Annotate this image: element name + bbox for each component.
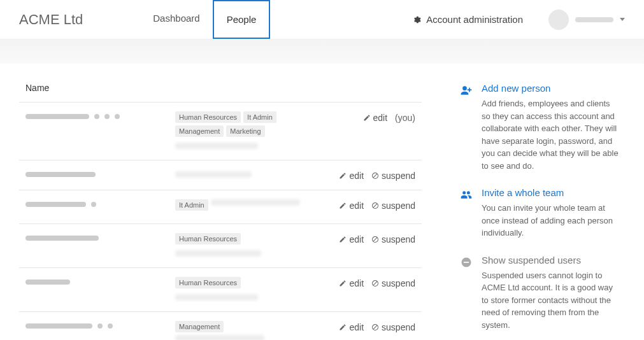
person-email bbox=[175, 250, 261, 257]
person-meta: Management bbox=[175, 321, 313, 340]
pencil-icon bbox=[339, 236, 347, 243]
people-table: Name Human ResourcesIt AdminManagementMa… bbox=[19, 83, 422, 340]
tag: It Admin bbox=[243, 111, 276, 123]
edit-label: edit bbox=[373, 113, 388, 123]
edit-button[interactable]: edit bbox=[339, 322, 364, 332]
edit-button[interactable]: edit bbox=[339, 171, 364, 181]
row-actions: editsuspend bbox=[320, 199, 415, 211]
tag: It Admin bbox=[175, 199, 208, 211]
person-meta: It Admin bbox=[175, 199, 313, 215]
you-indicator: (you) bbox=[395, 113, 415, 123]
user-menu[interactable] bbox=[548, 10, 625, 30]
person-name bbox=[25, 321, 169, 329]
add-person-desc: Add friends, employees and clients so th… bbox=[482, 97, 619, 172]
table-row: Human Resourceseditsuspend bbox=[19, 268, 422, 312]
table-row: editsuspend bbox=[19, 160, 422, 190]
person-email bbox=[175, 143, 258, 149]
suspend-label: suspend bbox=[382, 171, 415, 181]
app-header: ACME Ltd Dashboard People Account admini… bbox=[0, 0, 644, 39]
person-email bbox=[175, 294, 258, 301]
edit-label: edit bbox=[349, 322, 364, 332]
sidebar-add-person: Add new person Add friends, employees an… bbox=[460, 83, 619, 172]
edit-label: edit bbox=[349, 234, 364, 244]
tag: Management bbox=[175, 125, 224, 137]
row-actions: editsuspend bbox=[320, 277, 415, 288]
main-nav: Dashboard People bbox=[140, 0, 270, 39]
nav-dashboard[interactable]: Dashboard bbox=[140, 0, 212, 39]
minus-circle-icon bbox=[460, 256, 473, 269]
edit-button[interactable]: edit bbox=[363, 113, 388, 123]
suspend-label: suspend bbox=[382, 234, 415, 244]
ban-icon bbox=[371, 236, 379, 243]
add-person-link[interactable]: Add new person bbox=[482, 83, 619, 94]
account-administration-label: Account administration bbox=[426, 14, 523, 25]
row-actions: editsuspend bbox=[320, 169, 415, 181]
edit-button[interactable]: edit bbox=[339, 278, 364, 288]
pencil-icon bbox=[339, 323, 347, 331]
column-header-name: Name bbox=[19, 83, 422, 103]
person-name bbox=[25, 111, 169, 119]
pencil-icon bbox=[339, 202, 347, 209]
chevron-down-icon bbox=[620, 18, 625, 21]
invite-team-link[interactable]: Invite a whole team bbox=[482, 187, 619, 198]
person-meta bbox=[175, 169, 313, 180]
person-meta: Human Resources bbox=[175, 233, 313, 259]
user-name-placeholder bbox=[575, 17, 613, 22]
show-suspended-link[interactable]: Show suspended users bbox=[482, 255, 619, 266]
person-name bbox=[25, 277, 169, 285]
edit-button[interactable]: edit bbox=[339, 234, 364, 244]
person-email bbox=[175, 335, 264, 340]
sidebar-invite-team: Invite a whole team You can invite your … bbox=[460, 187, 619, 239]
tag: Management bbox=[175, 321, 224, 332]
ban-icon bbox=[371, 280, 379, 287]
edit-button[interactable]: edit bbox=[339, 201, 364, 211]
suspend-button[interactable]: suspend bbox=[371, 278, 415, 288]
table-row: It Admineditsuspend bbox=[19, 190, 422, 224]
suspend-button[interactable]: suspend bbox=[371, 234, 415, 244]
suspend-label: suspend bbox=[382, 201, 415, 211]
sub-banner bbox=[0, 39, 644, 64]
people-icon bbox=[460, 188, 473, 201]
nav-people[interactable]: People bbox=[213, 0, 271, 39]
suspend-button[interactable]: suspend bbox=[371, 171, 415, 181]
tag: Human Resources bbox=[175, 111, 241, 123]
tag: Marketing bbox=[226, 125, 264, 137]
row-actions: editsuspend bbox=[320, 233, 415, 244]
edit-label: edit bbox=[349, 201, 364, 211]
table-row: Human Resourceseditsuspend bbox=[19, 224, 422, 268]
row-actions: edit(you) bbox=[320, 111, 415, 123]
person-plus-icon bbox=[460, 84, 473, 97]
suspend-label: suspend bbox=[382, 322, 415, 332]
tag: Human Resources bbox=[175, 233, 241, 244]
pencil-icon bbox=[339, 280, 347, 287]
avatar bbox=[548, 10, 569, 30]
person-name bbox=[25, 199, 169, 207]
ban-icon bbox=[371, 202, 379, 209]
table-row: Human ResourcesIt AdminManagementMarketi… bbox=[19, 103, 422, 160]
suspend-button[interactable]: suspend bbox=[371, 322, 415, 332]
edit-label: edit bbox=[349, 171, 364, 181]
tag: Human Resources bbox=[175, 277, 241, 288]
row-actions: editsuspend bbox=[320, 321, 415, 332]
person-email bbox=[175, 171, 252, 178]
person-meta: Human ResourcesIt AdminManagementMarketi… bbox=[175, 111, 313, 151]
brand-name: ACME Ltd bbox=[19, 11, 83, 28]
person-email bbox=[211, 199, 300, 206]
account-administration-link[interactable]: Account administration bbox=[412, 14, 523, 25]
ban-icon bbox=[371, 323, 379, 331]
person-meta: Human Resources bbox=[175, 277, 313, 302]
pencil-icon bbox=[363, 114, 371, 122]
pencil-icon bbox=[339, 172, 347, 180]
person-name bbox=[25, 233, 169, 241]
show-suspended-desc: Suspended users cannot login to ACME Ltd… bbox=[482, 269, 619, 332]
svg-rect-1 bbox=[464, 262, 469, 263]
sidebar-suspended: Show suspended users Suspended users can… bbox=[460, 255, 619, 332]
table-row: Managementeditsuspend bbox=[19, 312, 422, 340]
sidebar: Add new person Add friends, employees an… bbox=[460, 83, 631, 340]
edit-label: edit bbox=[349, 278, 364, 288]
suspend-button[interactable]: suspend bbox=[371, 201, 415, 211]
invite-team-desc: You can invite your whole team at once i… bbox=[482, 202, 619, 239]
ban-icon bbox=[371, 172, 379, 180]
suspend-label: suspend bbox=[382, 278, 415, 288]
person-name bbox=[25, 169, 169, 177]
